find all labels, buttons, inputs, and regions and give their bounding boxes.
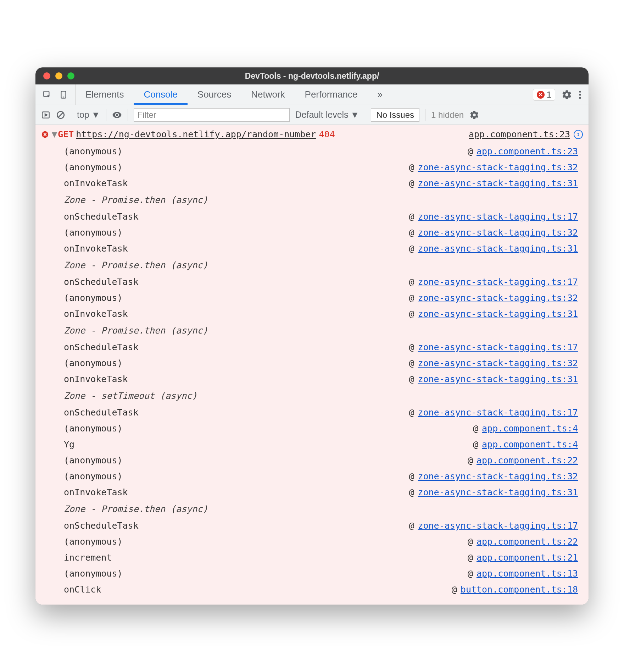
stack-frame: (anonymous)@app.component.ts:13: [64, 566, 578, 582]
svg-line-9: [58, 112, 63, 117]
frame-source-link[interactable]: zone-async-stack-tagging.ts:32: [418, 468, 578, 484]
stack-frame: (anonymous)@zone-async-stack-tagging.ts:…: [64, 159, 578, 175]
frame-source-link[interactable]: app.component.ts:4: [482, 420, 578, 436]
stack-frame: (anonymous)@zone-async-stack-tagging.ts:…: [64, 468, 578, 484]
stack-frame: onScheduleTask@zone-async-stack-tagging.…: [64, 404, 578, 420]
frame-source-link[interactable]: zone-async-stack-tagging.ts:31: [418, 175, 578, 191]
frame-source-link[interactable]: zone-async-stack-tagging.ts:17: [418, 209, 578, 225]
frame-source-link[interactable]: zone-async-stack-tagging.ts:31: [418, 371, 578, 387]
frame-source-link[interactable]: app.component.ts:22: [477, 452, 578, 468]
frame-source-link[interactable]: app.component.ts:4: [482, 436, 578, 452]
minimize-icon[interactable]: [55, 72, 62, 79]
frame-source-link[interactable]: zone-async-stack-tagging.ts:31: [418, 484, 578, 500]
levels-label: Default levels: [295, 110, 349, 120]
frame-function: onInvokeTask: [64, 241, 135, 257]
at-symbol: @: [409, 484, 414, 500]
error-url[interactable]: https://ng-devtools.netlify.app/random-n…: [76, 126, 316, 142]
frame-function: (anonymous): [64, 566, 135, 582]
frame-function: increment: [64, 550, 135, 566]
context-selector[interactable]: top ▼: [77, 110, 100, 120]
error-message-header[interactable]: ▼ GET https://ng-devtools.netlify.app/ra…: [35, 125, 589, 143]
live-expression-icon[interactable]: [112, 110, 122, 120]
frame-source-link[interactable]: app.component.ts:23: [477, 143, 578, 159]
svg-marker-7: [45, 114, 47, 116]
tab-performance[interactable]: Performance: [295, 84, 368, 105]
settings-icon[interactable]: [562, 89, 572, 100]
frame-source-link[interactable]: zone-async-stack-tagging.ts:17: [418, 339, 578, 355]
frame-source-link[interactable]: zone-async-stack-tagging.ts:17: [418, 404, 578, 420]
at-symbol: @: [409, 306, 414, 322]
frame-source-link[interactable]: zone-async-stack-tagging.ts:17: [418, 274, 578, 290]
stack-frame: onInvokeTask@zone-async-stack-tagging.ts…: [64, 484, 578, 500]
titlebar: DevTools - ng-devtools.netlify.app/: [35, 67, 589, 84]
frame-source-link[interactable]: zone-async-stack-tagging.ts:17: [418, 518, 578, 534]
error-count-pill[interactable]: ✕ 1: [533, 89, 555, 101]
stack-frame: (anonymous)@app.component.ts:22: [64, 452, 578, 468]
tab-elements[interactable]: Elements: [76, 84, 134, 105]
frame-function: onInvokeTask: [64, 306, 135, 322]
filter-input[interactable]: [134, 108, 290, 122]
console-settings-icon[interactable]: [469, 110, 479, 120]
disclosure-triangle-icon[interactable]: ▼: [52, 126, 57, 142]
tab-more[interactable]: »: [367, 84, 392, 105]
frame-function: onInvokeTask: [64, 484, 135, 500]
frame-function: onScheduleTask: [64, 404, 139, 420]
maximize-icon[interactable]: [67, 72, 74, 79]
frame-function: (anonymous): [64, 225, 135, 241]
at-symbol: @: [409, 518, 414, 534]
frame-source-link[interactable]: zone-async-stack-tagging.ts:32: [418, 159, 578, 175]
frame-function: onScheduleTask: [64, 209, 139, 225]
frame-source-link[interactable]: zone-async-stack-tagging.ts:32: [418, 225, 578, 241]
tab-sources[interactable]: Sources: [188, 84, 241, 105]
frame-source-link[interactable]: app.component.ts:22: [477, 534, 578, 550]
stack-frame: onInvokeTask@zone-async-stack-tagging.ts…: [64, 241, 578, 257]
frame-source-link[interactable]: zone-async-stack-tagging.ts:32: [418, 290, 578, 306]
stack-frame: (anonymous)@app.component.ts:22: [64, 534, 578, 550]
stack-frame: onScheduleTask@zone-async-stack-tagging.…: [64, 339, 578, 355]
inspect-element-icon[interactable]: [43, 90, 52, 99]
frame-source-link[interactable]: button.component.ts:18: [461, 582, 578, 597]
at-symbol: @: [468, 566, 473, 582]
stack-frame: onInvokeTask@zone-async-stack-tagging.ts…: [64, 371, 578, 387]
stack-frame: onInvokeTask@zone-async-stack-tagging.ts…: [64, 306, 578, 322]
console-sidebar-toggle-icon[interactable]: [41, 110, 50, 120]
context-label: top: [77, 110, 89, 120]
at-symbol: @: [473, 420, 478, 436]
clear-console-icon[interactable]: [56, 110, 65, 120]
frame-function: onClick: [64, 582, 135, 597]
at-symbol: @: [452, 582, 457, 597]
frame-source-link[interactable]: zone-async-stack-tagging.ts:31: [418, 241, 578, 257]
chevron-down-icon: ▼: [91, 110, 100, 120]
stack-frame: (anonymous)@zone-async-stack-tagging.ts:…: [64, 225, 578, 241]
at-symbol: @: [468, 534, 473, 550]
frame-source-link[interactable]: zone-async-stack-tagging.ts:32: [418, 355, 578, 371]
more-menu-icon[interactable]: [579, 90, 581, 99]
frame-function: (anonymous): [64, 355, 135, 371]
stack-frame: onScheduleTask@zone-async-stack-tagging.…: [64, 274, 578, 290]
stack-frame: Yg@app.component.ts:4: [64, 436, 578, 452]
frame-source-link[interactable]: app.component.ts:21: [477, 550, 578, 566]
devtools-window: DevTools - ng-devtools.netlify.app/ Elem…: [35, 67, 589, 605]
close-icon[interactable]: [43, 72, 50, 79]
log-levels-selector[interactable]: Default levels ▼: [295, 110, 360, 120]
at-symbol: @: [409, 290, 414, 306]
frame-function: (anonymous): [64, 420, 135, 436]
frame-function: (anonymous): [64, 534, 135, 550]
at-symbol: @: [409, 209, 414, 225]
tab-console[interactable]: Console: [134, 84, 187, 105]
tabbar: Elements Console Sources Network Perform…: [35, 84, 589, 105]
stack-frame: (anonymous)@app.component.ts:23: [64, 143, 578, 159]
frame-function: (anonymous): [64, 159, 135, 175]
device-toolbar-icon[interactable]: [59, 90, 68, 99]
stack-frame: increment@app.component.ts:21: [64, 550, 578, 566]
source-link-header[interactable]: app.component.ts:23: [469, 126, 570, 142]
issues-button[interactable]: No Issues: [371, 108, 419, 122]
frame-source-link[interactable]: zone-async-stack-tagging.ts:31: [418, 306, 578, 322]
frame-source-link[interactable]: app.component.ts:13: [477, 566, 578, 582]
tab-network[interactable]: Network: [241, 84, 295, 105]
at-symbol: @: [473, 436, 478, 452]
zone-label: Zone - Promise.then (async): [64, 322, 578, 339]
navigate-source-icon[interactable]: ↕: [574, 130, 583, 139]
error-icon: [41, 131, 49, 138]
stack-frame: onScheduleTask@zone-async-stack-tagging.…: [64, 518, 578, 534]
